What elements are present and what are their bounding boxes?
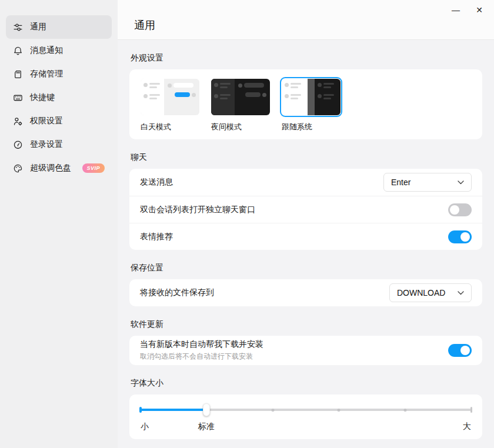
slider-fill — [140, 409, 206, 411]
save-location-label: 将接收的文件保存到 — [140, 287, 214, 298]
save-location-select[interactable]: DOWNLOAD — [389, 283, 472, 302]
send-message-label: 发送消息 — [140, 177, 173, 188]
font-size-slider[interactable] — [140, 404, 472, 416]
titlebar: 通用 — ✕ — [118, 0, 494, 40]
sidebar-item-label: 超级调色盘 — [30, 163, 71, 173]
theme-preview-day — [139, 77, 201, 117]
theme-option-night[interactable]: 夜间模式 — [209, 77, 272, 132]
send-message-row: 发送消息 Enter — [129, 169, 482, 196]
toggle-knob — [460, 346, 470, 355]
auto-update-row: 当有新版本时自动帮我下载并安装 取消勾选后将不会自动进行下载安装 — [129, 336, 482, 365]
user-gear-icon — [13, 116, 23, 126]
section-title-save-location: 保存位置 — [131, 263, 481, 273]
sidebar-item-general[interactable]: 通用 — [6, 15, 112, 39]
emoji-suggest-toggle[interactable] — [448, 230, 472, 243]
double-click-toggle[interactable] — [448, 203, 472, 216]
section-title-software-update: 软件更新 — [131, 319, 481, 330]
save-location-value: DOWNLOAD — [397, 288, 445, 297]
send-message-select[interactable]: Enter — [383, 173, 472, 192]
double-click-label: 双击会话列表打开独立聊天窗口 — [140, 205, 255, 215]
double-click-row: 双击会话列表打开独立聊天窗口 — [129, 196, 482, 223]
slider-thumb[interactable] — [203, 403, 210, 416]
theme-label: 夜间模式 — [211, 122, 272, 132]
chat-card: 发送消息 Enter 双击会话列表打开独立聊天窗口 表情推荐 — [129, 169, 482, 250]
sidebar-item-palette[interactable]: 超级调色盘 SVIP — [6, 156, 112, 180]
appearance-card: 白天模式 夜间模式 — [129, 69, 482, 139]
slider-start-cap — [139, 407, 142, 413]
minimize-button[interactable]: — — [447, 2, 465, 18]
sidebar-item-storage[interactable]: 存储管理 — [6, 62, 112, 86]
toggle-knob — [450, 205, 459, 215]
sidebar-item-login[interactable]: 登录设置 — [6, 133, 112, 156]
save-location-row: 将接收的文件保存到 DOWNLOAD — [129, 279, 482, 306]
slider-labels: 小 标准 大 — [140, 422, 472, 433]
chevron-down-icon — [458, 291, 464, 295]
section-title-font-size: 字体大小 — [131, 378, 481, 389]
font-size-card: 小 标准 大 — [129, 394, 482, 439]
software-update-card: 当有新版本时自动帮我下载并安装 取消勾选后将不会自动进行下载安装 — [129, 336, 482, 365]
main-panel: 通用 — ✕ 外观设置 — [118, 0, 494, 448]
sidebar-item-shortcuts[interactable]: 快捷键 — [6, 86, 112, 109]
toggle-knob — [460, 232, 470, 242]
slider-tick — [404, 409, 407, 412]
storage-icon — [13, 69, 23, 79]
sidebar-item-permissions[interactable]: 权限设置 — [6, 109, 112, 133]
theme-option-system[interactable]: 跟随系统 — [280, 77, 342, 132]
sidebar-item-label: 快捷键 — [30, 92, 55, 103]
sliders-icon — [13, 22, 23, 32]
sidebar-item-label: 通用 — [30, 22, 46, 32]
keyboard-icon — [13, 93, 23, 103]
theme-label: 白天模式 — [141, 122, 201, 132]
send-message-value: Enter — [391, 178, 410, 187]
palette-icon — [13, 163, 23, 173]
sidebar-item-label: 存储管理 — [30, 69, 63, 79]
sidebar-item-label: 登录设置 — [30, 139, 63, 150]
login-shield-icon — [13, 140, 23, 150]
slider-tick — [338, 409, 341, 412]
theme-option-day[interactable]: 白天模式 — [139, 77, 201, 132]
section-title-appearance: 外观设置 — [131, 53, 481, 63]
window-controls: — ✕ — [447, 2, 488, 18]
slider-end-cap — [470, 407, 472, 413]
section-title-chat: 聊天 — [131, 152, 481, 163]
auto-update-toggle[interactable] — [448, 344, 472, 357]
auto-update-sublabel: 取消勾选后将不会自动进行下载安装 — [140, 352, 263, 362]
auto-update-label: 当有新版本时自动帮我下载并安装 — [140, 339, 263, 350]
theme-preview-system — [280, 77, 342, 117]
close-button[interactable]: ✕ — [470, 2, 488, 18]
theme-preview-night — [209, 77, 272, 117]
emoji-suggest-label: 表情推荐 — [140, 232, 173, 242]
settings-content: 外观设置 白天模式 — [118, 40, 494, 448]
chevron-down-icon — [458, 180, 464, 185]
sidebar-item-notifications[interactable]: 消息通知 — [6, 39, 112, 62]
settings-sidebar: 通用 消息通知 存储管理 快捷键 权限设置 登录设置 超级调色盘 — [0, 0, 118, 448]
sidebar-item-label: 消息通知 — [30, 45, 63, 56]
slider-tick — [271, 409, 274, 412]
font-size-min-label: 小 — [141, 422, 149, 432]
bell-icon — [13, 46, 23, 56]
font-size-max-label: 大 — [463, 422, 471, 432]
theme-label: 跟随系统 — [282, 122, 342, 132]
font-size-current-label: 标准 — [198, 422, 215, 432]
emoji-suggest-row: 表情推荐 — [129, 223, 482, 250]
page-title: 通用 — [134, 18, 155, 32]
sidebar-item-label: 权限设置 — [30, 116, 63, 126]
save-location-card: 将接收的文件保存到 DOWNLOAD — [129, 279, 482, 306]
svip-badge: SVIP — [82, 163, 105, 173]
